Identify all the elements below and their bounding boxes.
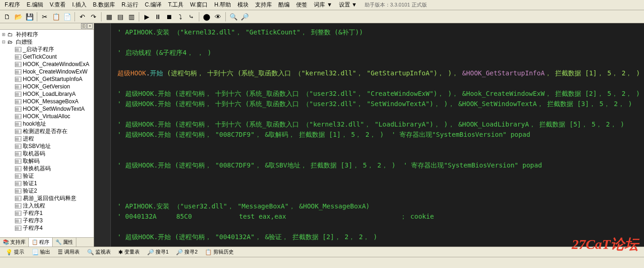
tree-item[interactable]: ▤↓验证: [0, 172, 94, 180]
stop-icon[interactable]: ⏹: [164, 12, 174, 22]
code-line[interactable]: [117, 140, 639, 150]
code-line[interactable]: ' 0040132A 85C0 test eax,eax ； cookie: [117, 211, 639, 221]
tree-root-patch[interactable]: ⊞ 🗀 补持程序: [0, 31, 94, 38]
code-line[interactable]: ' 启动线程 (&子程序4， ， ): [117, 47, 639, 58]
tree-item[interactable]: ▤↓HOOK_MessageBoxA: [0, 98, 94, 105]
tree-item[interactable]: ▤↓子程序3: [0, 217, 94, 224]
code-line[interactable]: ' 超级HOOK.开始 (进程句柄， 十到十六 (系统_取函数入口 （"kern…: [117, 119, 639, 129]
code-line[interactable]: [117, 181, 639, 191]
tree-item[interactable]: ▤↓HOOK_GetStartupInfoA: [0, 75, 94, 83]
tree-item[interactable]: ▤↓取SBV地址: [0, 142, 94, 150]
code-editor[interactable]: ' APIHOOK.安装 （"kernel32.dll"， "GetTickCo…: [94, 23, 644, 247]
expand-icon[interactable]: ⊞: [2, 32, 7, 37]
menu-dict[interactable]: 词库 ▼: [311, 0, 335, 10]
code-line[interactable]: ' APIHOOK.安装 （"user32.dll"， "MessageBoxA…: [117, 201, 639, 211]
tree-view[interactable]: ⊞ 🗀 补持程序 ⊟ 🗁 白嫖怪 ▤↓_启动子程序▤↓GetTickCount▤…: [0, 30, 94, 237]
code-line[interactable]: 超级HOOK.开始 (进程句柄， 十到十六 (系统_取函数入口 （"kernel…: [117, 68, 639, 78]
code-line[interactable]: [117, 191, 639, 201]
code-line[interactable]: ' 超级HOOK.开始 (进程句柄， 十到十六 (系统_取函数入口 （"user…: [117, 88, 639, 99]
tree-item[interactable]: ▤↓验证1: [0, 180, 94, 187]
tree-item[interactable]: ▤↓取解码: [0, 157, 94, 165]
menu-run[interactable]: R.运行: [119, 0, 141, 10]
tree-item[interactable]: ▤↓子程序1: [0, 209, 94, 217]
menu-database[interactable]: B.数据库: [90, 0, 118, 10]
collapse-icon[interactable]: ⊟: [2, 40, 7, 44]
code-line[interactable]: [117, 58, 639, 68]
save-icon[interactable]: 💾: [24, 12, 34, 22]
pause-icon[interactable]: ⏸: [153, 12, 163, 22]
tree-item[interactable]: ▤↓HOOK_LoadLibraryA: [0, 90, 94, 98]
menu-module[interactable]: 模块: [235, 0, 251, 10]
tab-support-lib[interactable]: 📚支持库: [0, 238, 29, 247]
menu-cool-edit[interactable]: 酷编: [276, 0, 292, 10]
tree-item[interactable]: ▤↓子程序4: [0, 224, 94, 232]
tab-callstack[interactable]: ☰调用表: [54, 248, 83, 256]
tab-vars[interactable]: ✱变量表: [115, 248, 143, 256]
paste-icon[interactable]: 📄: [62, 12, 72, 22]
sidebar-pin-icon[interactable]: ◫: [81, 23, 87, 29]
new-icon[interactable]: 🗋: [2, 12, 12, 22]
menu-edit[interactable]: E.编辑: [24, 0, 46, 10]
tree-item[interactable]: ▤↓_启动子程序: [0, 46, 94, 53]
tab-clip[interactable]: 📋剪辑历史: [201, 248, 237, 256]
undo-icon[interactable]: ↶: [77, 12, 88, 22]
tree-item[interactable]: ▤↓替换机器码: [0, 165, 94, 172]
tab-hint[interactable]: 💡提示: [2, 248, 28, 256]
code-line[interactable]: [117, 221, 639, 232]
run-icon[interactable]: ▶: [142, 12, 152, 22]
menu-settings[interactable]: 设置 ▼: [336, 0, 360, 10]
code-line[interactable]: [117, 109, 639, 119]
tree-item[interactable]: ▤↓检测进程是否存在: [0, 127, 94, 135]
menu-notes[interactable]: 便签: [293, 0, 310, 10]
tab-output[interactable]: 📃输出: [28, 248, 54, 256]
tab-program[interactable]: 📋程序: [29, 238, 53, 247]
tree-item[interactable]: ▤↓易游_返回值代码释意: [0, 194, 94, 202]
code-line[interactable]: [117, 150, 639, 160]
tree-item[interactable]: ▤↓取机器码: [0, 150, 94, 157]
step-over-icon[interactable]: ⤵: [175, 12, 185, 22]
tab-find2[interactable]: 🔎搜寻2: [172, 248, 201, 256]
find-icon[interactable]: 🔍: [228, 12, 238, 22]
tab-properties[interactable]: 🔧属性: [53, 238, 76, 247]
sidebar-close-icon[interactable]: ×: [87, 23, 93, 29]
menu-support-lib[interactable]: 支持库: [252, 0, 275, 10]
code-line[interactable]: [117, 78, 639, 88]
cut-icon[interactable]: ✂: [40, 12, 50, 22]
code-line[interactable]: ' 超级HOOK.开始 (进程句柄， "008C7DF9"， &取SBV地址， …: [117, 160, 639, 170]
tree-item[interactable]: ▤↓HOOK_GetVersion: [0, 83, 94, 90]
code-area[interactable]: ' APIHOOK.安装 （"kernel32.dll"， "GetTickCo…: [113, 23, 644, 246]
tree-item[interactable]: ▤↓hook地址: [0, 120, 94, 127]
tree-item[interactable]: ▤↓进程: [0, 135, 94, 142]
find-next-icon[interactable]: 🔎: [239, 12, 250, 22]
menu-view[interactable]: V.查看: [47, 0, 68, 10]
menu-window[interactable]: W.窗口: [187, 0, 210, 10]
menu-program[interactable]: F.程序: [2, 0, 23, 10]
code-line[interactable]: ' 超级HOOK.开始 (进程句柄， "0040132A"， &验证， 拦截数据…: [117, 232, 639, 242]
menu-help[interactable]: H.帮助: [211, 0, 234, 10]
menu-insert[interactable]: I.插入: [69, 0, 89, 10]
tree-item[interactable]: ▤↓HOOK_CreateWindowExA: [0, 60, 94, 68]
tree-root-main[interactable]: ⊟ 🗁 白嫖怪: [0, 38, 94, 46]
tab-watch[interactable]: 🔍监视表: [83, 248, 115, 256]
code-line[interactable]: ' APIHOOK.安装 （"kernel32.dll"， "GetTickCo…: [117, 27, 639, 37]
menu-tools[interactable]: T.工具: [165, 0, 186, 10]
layout3-icon[interactable]: ▥: [126, 12, 136, 22]
tree-item[interactable]: ▤↓Hook_CreateWindowExW: [0, 68, 94, 75]
tree-item[interactable]: ▤↓GetTickCount: [0, 53, 94, 60]
step-into-icon[interactable]: ⤷: [186, 12, 197, 22]
layout2-icon[interactable]: ▤: [115, 12, 125, 22]
code-line[interactable]: ' 超级HOOK.开始 (进程句柄， "008C7DF9"， &取解码， 拦截数…: [117, 129, 639, 140]
tree-item[interactable]: ▤↓HOOK_VirtualAlloc: [0, 113, 94, 120]
redo-icon[interactable]: ↷: [88, 12, 99, 22]
layout1-icon[interactable]: ▦: [104, 12, 114, 22]
tree-item[interactable]: ▤↓HOOK_SetWindowTextA: [0, 105, 94, 113]
code-line[interactable]: [117, 37, 639, 47]
menu-compile[interactable]: C.编译: [142, 0, 164, 10]
open-icon[interactable]: 📂: [13, 12, 23, 22]
tree-item[interactable]: ▤↓验证2: [0, 187, 94, 194]
tree-item[interactable]: ▤↓注入线程: [0, 202, 94, 209]
code-line[interactable]: ' 超级HOOK.开始 (进程句柄， 十到十六 (系统_取函数入口 （"user…: [117, 99, 639, 109]
copy-icon[interactable]: 📋: [51, 12, 61, 22]
watch-icon[interactable]: 👁: [213, 12, 223, 22]
tab-find1[interactable]: 🔎搜寻1: [143, 248, 172, 256]
